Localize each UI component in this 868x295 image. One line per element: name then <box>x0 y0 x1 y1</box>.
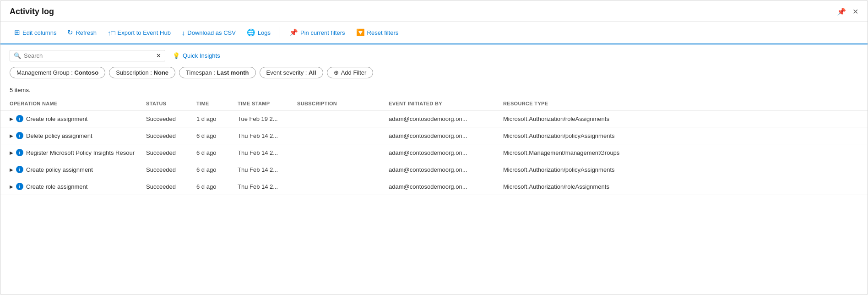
activity-table: OPERATION NAME STATUS TIME TIME STAMP SU… <box>0 97 868 195</box>
cell-subscription <box>293 127 385 144</box>
subscription-chip[interactable]: Subscription : None <box>109 67 175 78</box>
reset-filters-icon: 🔽 <box>356 28 365 37</box>
cell-initiated-by: adam@contosodemoorg.on... <box>385 178 499 195</box>
table-header: OPERATION NAME STATUS TIME TIME STAMP SU… <box>0 97 868 110</box>
col-header-initiated-by: EVENT INITIATED BY <box>385 97 499 110</box>
items-count: 5 items. <box>0 87 868 97</box>
col-header-subscription: SUBSCRIPTION <box>293 97 385 110</box>
cell-timestamp: Tue Feb 19 2... <box>234 110 293 127</box>
cell-time: 6 d ago <box>193 161 234 178</box>
table-row: ▶ i Register Microsoft Policy Insights R… <box>0 144 868 161</box>
table-body: ▶ i Create role assignment Succeeded 1 d… <box>0 110 868 195</box>
close-icon[interactable]: ✕ <box>852 7 858 16</box>
cell-resource-type: Microsoft.Authorization/policyAssignment… <box>499 161 868 178</box>
operation-name: Delete policy assignment <box>26 132 92 139</box>
reset-filters-button[interactable]: 🔽 Reset filters <box>352 26 403 39</box>
cell-operation: ▶ i Create role assignment <box>0 178 142 195</box>
cell-operation: ▶ i Delete policy assignment <box>0 127 142 144</box>
operation-name: Create role assignment <box>26 183 87 190</box>
cell-status: Succeeded <box>142 144 193 161</box>
cell-initiated-by: adam@contosodemoorg.on... <box>385 161 499 178</box>
refresh-button[interactable]: ↻ Refresh <box>63 26 101 39</box>
cell-resource-type: Microsoft.Management/managementGroups <box>499 144 868 161</box>
cell-timestamp: Thu Feb 14 2... <box>234 161 293 178</box>
pin-filters-label: Pin current filters <box>300 29 345 36</box>
timespan-chip-text: Timespan : Last month <box>186 69 249 76</box>
clear-search-icon[interactable]: ✕ <box>156 52 161 59</box>
edit-columns-icon: ⊞ <box>14 28 20 37</box>
refresh-icon: ↻ <box>67 28 73 37</box>
add-filter-button[interactable]: ⊕ Add Filter <box>327 67 374 78</box>
expand-arrow[interactable]: ▶ <box>10 167 13 172</box>
quick-insights-label: Quick Insights <box>183 52 220 59</box>
download-icon: ↓ <box>182 29 185 37</box>
cell-time: 1 d ago <box>193 110 234 127</box>
cell-subscription <box>293 161 385 178</box>
cell-timestamp: Thu Feb 14 2... <box>234 127 293 144</box>
operation-name: Create policy assignment <box>26 166 93 173</box>
search-input[interactable] <box>24 52 156 59</box>
download-csv-button[interactable]: ↓ Download as CSV <box>177 27 240 39</box>
cell-operation: ▶ i Register Microsoft Policy Insights R… <box>0 144 142 161</box>
col-header-resource-type: RESOURCE TYPE <box>499 97 868 110</box>
cell-time: 6 d ago <box>193 144 234 161</box>
search-box: 🔍 ✕ <box>10 50 165 61</box>
export-button[interactable]: ↑□ Export to Event Hub <box>103 27 175 39</box>
cell-initiated-by: adam@contosodemoorg.on... <box>385 127 499 144</box>
table-row: ▶ i Create policy assignment Succeeded 6… <box>0 161 868 178</box>
cell-resource-type: Microsoft.Authorization/roleAssignments <box>499 110 868 127</box>
pin-filters-button[interactable]: 📌 Pin current filters <box>285 26 350 39</box>
col-header-time: TIME <box>193 97 234 110</box>
title-bar-actions: 📌 ✕ <box>837 7 858 16</box>
subscription-chip-text: Subscription : None <box>116 69 168 76</box>
cell-status: Succeeded <box>142 178 193 195</box>
reset-filters-label: Reset filters <box>367 29 399 36</box>
info-icon: i <box>16 183 23 190</box>
col-header-status: STATUS <box>142 97 193 110</box>
logs-button[interactable]: 🌐 Logs <box>242 26 275 39</box>
operation-name: Create role assignment <box>26 115 87 122</box>
logs-label: Logs <box>258 29 271 36</box>
cell-operation: ▶ i Create role assignment <box>0 110 142 127</box>
table-row: ▶ i Create role assignment Succeeded 6 d… <box>0 178 868 195</box>
management-group-chip-text: Management Group : Contoso <box>16 69 98 76</box>
title-bar: Activity log 📌 ✕ <box>0 0 868 22</box>
event-severity-chip[interactable]: Event severity : All <box>260 67 323 78</box>
page-title: Activity log <box>10 7 54 16</box>
cell-subscription <box>293 110 385 127</box>
cell-time: 6 d ago <box>193 178 234 195</box>
cell-status: Succeeded <box>142 161 193 178</box>
cell-initiated-by: adam@contosodemoorg.on... <box>385 144 499 161</box>
add-filter-icon: ⊕ <box>334 69 339 76</box>
quick-insights-button[interactable]: 💡 Quick Insights <box>173 52 220 59</box>
download-label: Download as CSV <box>187 29 236 36</box>
info-icon: i <box>16 149 23 156</box>
col-header-operation: OPERATION NAME <box>0 97 142 110</box>
info-icon: i <box>16 132 23 139</box>
pin-icon[interactable]: 📌 <box>837 7 846 16</box>
expand-arrow[interactable]: ▶ <box>10 150 13 155</box>
event-severity-chip-text: Event severity : All <box>266 69 316 76</box>
cell-status: Succeeded <box>142 127 193 144</box>
toolbar: ⊞ Edit columns ↻ Refresh ↑□ Export to Ev… <box>0 22 868 44</box>
search-row: 🔍 ✕ 💡 Quick Insights <box>10 50 858 61</box>
logs-icon: 🌐 <box>247 28 255 37</box>
export-icon: ↑□ <box>108 29 115 37</box>
cell-timestamp: Thu Feb 14 2... <box>234 144 293 161</box>
cell-resource-type: Microsoft.Authorization/policyAssignment… <box>499 127 868 144</box>
edit-columns-button[interactable]: ⊞ Edit columns <box>10 26 61 39</box>
timespan-chip[interactable]: Timespan : Last month <box>179 67 256 78</box>
operation-name: Register Microsoft Policy Insights Resou… <box>26 149 135 156</box>
cell-initiated-by: adam@contosodemoorg.on... <box>385 110 499 127</box>
expand-arrow[interactable]: ▶ <box>10 133 13 138</box>
cell-resource-type: Microsoft.Authorization/roleAssignments <box>499 178 868 195</box>
pin-filters-icon: 📌 <box>289 28 298 37</box>
expand-arrow[interactable]: ▶ <box>10 184 13 189</box>
expand-arrow[interactable]: ▶ <box>10 116 13 121</box>
toolbar-divider <box>280 27 280 38</box>
management-group-chip[interactable]: Management Group : Contoso <box>10 67 105 78</box>
export-label: Export to Event Hub <box>118 29 171 36</box>
cell-status: Succeeded <box>142 110 193 127</box>
activity-log-window: Activity log 📌 ✕ ⊞ Edit columns ↻ Refres… <box>0 0 868 295</box>
edit-columns-label: Edit columns <box>22 29 56 36</box>
